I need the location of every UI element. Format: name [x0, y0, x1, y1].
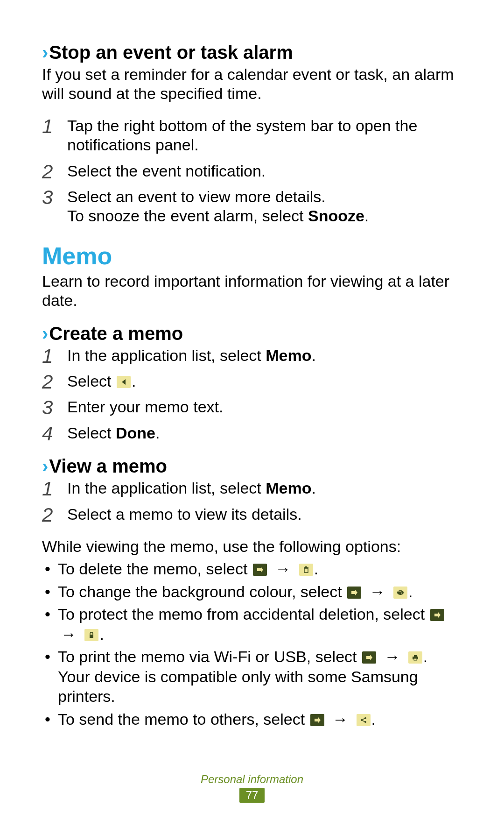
- page-number: 77: [239, 788, 265, 803]
- step-item: Select .: [42, 372, 462, 391]
- svg-rect-14: [414, 655, 417, 657]
- subheading-text: Stop an event or task alarm: [49, 42, 293, 63]
- list-item: To change the background colour, select …: [42, 582, 462, 602]
- arrow-icon: →: [370, 583, 385, 601]
- svg-marker-10: [434, 612, 441, 618]
- options-list: To delete the memo, select → . To change…: [42, 559, 462, 729]
- svg-marker-1: [257, 567, 263, 573]
- svg-marker-12: [366, 655, 372, 660]
- step-item: Enter your memo text.: [42, 397, 462, 417]
- step-item: Select Done.: [42, 424, 462, 443]
- list-item: To protect the memo from accidental dele…: [42, 604, 462, 644]
- palette-icon: [393, 587, 407, 599]
- svg-marker-0: [122, 379, 126, 385]
- chevron-icon: ›: [42, 42, 48, 63]
- svg-rect-3: [304, 567, 308, 568]
- step-item: Select the event notification.: [42, 162, 462, 181]
- step-item: In the application list, select Memo.: [42, 346, 462, 365]
- subheading-stop-alarm: ›Stop an event or task alarm: [42, 42, 462, 63]
- arrow-icon: →: [61, 625, 77, 643]
- heading-memo: Memo: [42, 242, 462, 270]
- svg-rect-2: [304, 568, 308, 573]
- chevron-icon: ›: [42, 323, 48, 344]
- svg-marker-16: [315, 717, 321, 723]
- step-item: Select an event to view more details. To…: [42, 187, 462, 226]
- arrow-icon: →: [332, 710, 348, 728]
- manual-page: ›Stop an event or task alarm If you set …: [0, 0, 504, 827]
- subheading-text: Create a memo: [49, 323, 183, 344]
- trash-icon: [299, 564, 313, 576]
- svg-marker-5: [351, 590, 357, 595]
- print-icon: [408, 651, 422, 664]
- page-footer: Personal information 77: [0, 773, 504, 803]
- svg-point-9: [401, 592, 402, 593]
- svg-line-20: [362, 718, 364, 720]
- steps-view-memo: In the application list, select Memo. Se…: [42, 479, 462, 524]
- forward-icon: [253, 564, 267, 576]
- forward-icon: [362, 651, 376, 664]
- list-item: To send the memo to others, select → .: [42, 709, 462, 729]
- footer-section-name: Personal information: [0, 773, 504, 786]
- intro-stop-alarm: If you set a reminder for a calendar eve…: [42, 65, 462, 103]
- arrow-icon: →: [384, 648, 400, 665]
- chevron-icon: ›: [42, 456, 48, 476]
- list-item: To delete the memo, select → .: [42, 559, 462, 579]
- lock-icon: [84, 629, 98, 641]
- step-item: Tap the right bottom of the system bar t…: [42, 116, 462, 155]
- subheading-text: View a memo: [49, 456, 167, 476]
- steps-create-memo: In the application list, select Memo. Se…: [42, 346, 462, 443]
- options-intro: While viewing the memo, use the followin…: [42, 537, 462, 556]
- share-icon: [357, 714, 371, 726]
- step-item: Select a memo to view its details.: [42, 505, 462, 524]
- forward-icon: [347, 587, 361, 599]
- arrow-icon: →: [275, 560, 291, 578]
- steps-stop-alarm: Tap the right bottom of the system bar t…: [42, 116, 462, 226]
- subheading-create-memo: ›Create a memo: [42, 323, 462, 344]
- svg-line-21: [362, 721, 364, 722]
- svg-point-19: [364, 721, 366, 723]
- forward-icon: [430, 609, 444, 621]
- svg-point-7: [399, 591, 399, 592]
- list-item: To print the memo via Wi-Fi or USB, sele…: [42, 647, 462, 707]
- svg-point-8: [400, 590, 401, 591]
- new-memo-icon: [117, 376, 131, 388]
- svg-rect-15: [414, 658, 417, 660]
- svg-point-18: [364, 717, 366, 719]
- forward-icon: [310, 714, 324, 726]
- subheading-view-memo: ›View a memo: [42, 456, 462, 477]
- step-item: In the application list, select Memo.: [42, 479, 462, 498]
- svg-rect-4: [305, 566, 307, 567]
- svg-rect-11: [90, 635, 93, 638]
- intro-memo: Learn to record important information fo…: [42, 272, 462, 310]
